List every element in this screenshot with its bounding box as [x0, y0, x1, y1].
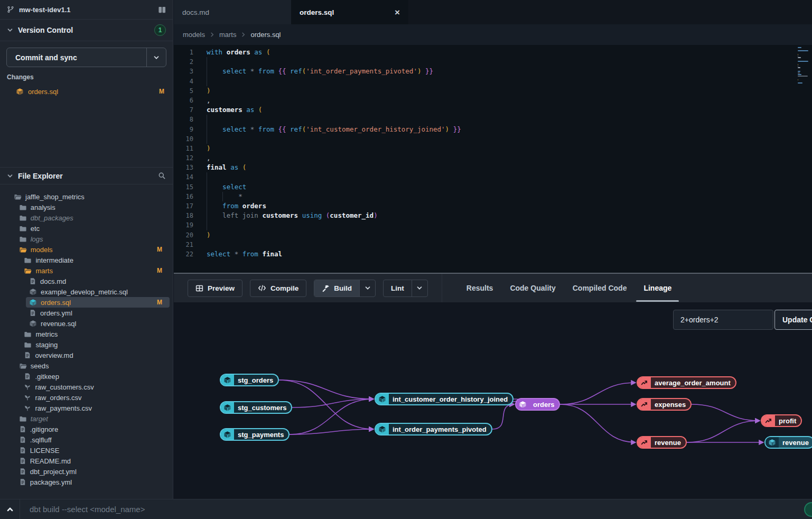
- file-tree-item[interactable]: dbt_packages: [16, 212, 170, 223]
- code-line[interactable]: 8: [174, 115, 812, 124]
- file-tree-item[interactable]: revenue.sql: [26, 318, 170, 329]
- file-tree-item[interactable]: raw_payments.csv: [21, 403, 170, 413]
- file-tree-item[interactable]: packages.yml: [16, 477, 170, 487]
- lineage-node-expenses[interactable]: expenses: [637, 398, 692, 411]
- toolbar-divider: [442, 274, 442, 302]
- code-line[interactable]: 3 select * from {{ ref('int_order_paymen…: [174, 67, 812, 76]
- file-tree-item[interactable]: logs: [16, 234, 170, 244]
- tab-docs-md[interactable]: docs.md: [174, 0, 291, 24]
- code-line[interactable]: 18 left join customers using (customer_i…: [174, 211, 812, 220]
- changed-file-row[interactable]: orders.sqlM: [0, 85, 173, 98]
- lineage-node-stg_payments[interactable]: stg_payments: [220, 428, 290, 441]
- file-tree-item[interactable]: .gitignore: [16, 424, 170, 434]
- lineage-node-stg_orders[interactable]: stg_orders: [220, 374, 279, 386]
- minimap[interactable]: [798, 47, 809, 84]
- code-line[interactable]: 12,: [174, 153, 812, 163]
- chevron-up-icon[interactable]: [0, 499, 20, 519]
- commit-and-sync-button[interactable]: Commit and sync: [6, 48, 166, 67]
- lineage-node-int_customer_order_history_joined[interactable]: int_customer_order_history_joined: [375, 393, 514, 405]
- tab-compiled-code[interactable]: Compiled Code: [564, 274, 636, 302]
- update-graph-button[interactable]: Update G: [774, 310, 812, 330]
- file-explorer-header[interactable]: File Explorer: [0, 167, 173, 184]
- code-editor[interactable]: 1with orders as (23 select * from {{ ref…: [174, 45, 812, 273]
- file-tree-item[interactable]: dbt_project.yml: [16, 466, 170, 477]
- lineage-node-average_order_amount[interactable]: average_order_amount: [637, 376, 736, 389]
- file-tree-item[interactable]: metrics: [21, 329, 170, 339]
- version-control-header[interactable]: Version Control 1: [0, 20, 173, 41]
- close-icon[interactable]: ×: [395, 8, 400, 17]
- code-line[interactable]: 21: [174, 240, 812, 249]
- file-tree-item[interactable]: target: [16, 413, 170, 424]
- code-line[interactable]: 10: [174, 134, 812, 144]
- file-tree-item[interactable]: docs.md: [26, 276, 170, 286]
- tab-lineage[interactable]: Lineage: [635, 274, 680, 302]
- lineage-node-revenue_model[interactable]: revenue: [764, 436, 812, 449]
- file-tree-item[interactable]: etc: [16, 223, 170, 234]
- code-line[interactable]: 11): [174, 144, 812, 153]
- code-line[interactable]: 17 from orders: [174, 201, 812, 211]
- code-line[interactable]: 16 *: [174, 192, 812, 201]
- file-tree-item[interactable]: overview.md: [21, 350, 170, 360]
- lineage-node-int_order_payments_pivoted[interactable]: int_order_payments_pivoted: [375, 423, 492, 435]
- code-line[interactable]: 4: [174, 77, 812, 86]
- file-tree-item[interactable]: martsM: [21, 265, 170, 276]
- codeicon-icon: [258, 284, 266, 292]
- lineage-node-revenue_metric[interactable]: revenue: [637, 436, 687, 449]
- tab-results[interactable]: Results: [458, 274, 502, 302]
- code-line[interactable]: 2: [174, 57, 812, 67]
- file-tree-item[interactable]: jaffle_shop_metrics: [11, 191, 170, 202]
- changes-count-badge: 1: [154, 24, 166, 36]
- code-line[interactable]: 6,: [174, 96, 812, 105]
- file-tree-item[interactable]: orders.yml: [26, 308, 170, 318]
- file-tree-item[interactable]: intermediate: [21, 255, 170, 265]
- chevron-down-icon[interactable]: [359, 280, 375, 296]
- code-line[interactable]: 13final as (: [174, 163, 812, 172]
- lint-button[interactable]: Lint: [383, 280, 428, 297]
- code-line[interactable]: 7customers as (: [174, 105, 812, 115]
- breadcrumb-models[interactable]: models: [183, 31, 205, 39]
- preview-button[interactable]: Preview: [188, 280, 242, 297]
- file-tree-item[interactable]: modelsM: [16, 244, 170, 255]
- chevron-down-icon[interactable]: [412, 280, 427, 296]
- build-button[interactable]: Build: [314, 280, 376, 297]
- code-line[interactable]: 9 select * from {{ ref('int_customer_ord…: [174, 125, 812, 134]
- lineage-node-profit[interactable]: profit: [761, 414, 802, 427]
- file-tree-item[interactable]: seeds: [16, 360, 170, 371]
- hammer-icon: [322, 284, 330, 292]
- code-line[interactable]: 15 select: [174, 182, 812, 192]
- code-line[interactable]: 5): [174, 86, 812, 96]
- folder-icon: [19, 235, 27, 243]
- file-tree-item[interactable]: README.md: [16, 456, 170, 466]
- file-tree-item[interactable]: orders.sqlM: [26, 297, 170, 308]
- command-input[interactable]: [20, 505, 812, 514]
- folder-open-icon: [24, 267, 32, 275]
- file-tree-item[interactable]: .gitkeep: [21, 371, 170, 382]
- file-tree-item[interactable]: raw_orders.csv: [21, 392, 170, 403]
- metric-icon: [762, 415, 775, 426]
- code-line[interactable]: 19: [174, 220, 812, 230]
- code-line[interactable]: 22select * from final: [174, 249, 812, 259]
- compile-button[interactable]: Compile: [250, 280, 306, 297]
- tab-code-quality[interactable]: Code Quality: [501, 274, 564, 302]
- file-tree-item[interactable]: LICENSE: [16, 445, 170, 456]
- file-tree-item[interactable]: raw_customers.csv: [21, 382, 170, 392]
- file-tree-item[interactable]: .sqlfluff: [16, 434, 170, 445]
- tab-orders-sql[interactable]: orders.sql ×: [291, 0, 408, 24]
- breadcrumb-marts[interactable]: marts: [219, 31, 237, 39]
- lineage-node-orders[interactable]: orders: [515, 398, 560, 411]
- search-icon[interactable]: [158, 172, 166, 180]
- layout-columns-icon[interactable]: [158, 6, 166, 14]
- file-tree-item[interactable]: staging: [21, 339, 170, 350]
- file-tree-item[interactable]: example_develop_metric.sql: [26, 286, 170, 297]
- code-line[interactable]: 1with orders as (: [174, 48, 812, 57]
- commit-options-chevron[interactable]: [146, 48, 166, 67]
- code-line[interactable]: 14: [174, 172, 812, 182]
- lineage-node-stg_customers[interactable]: stg_customers: [220, 401, 292, 414]
- file-icon: [19, 436, 26, 443]
- code-line[interactable]: 20): [174, 230, 812, 240]
- file-tree-item[interactable]: analysis: [16, 202, 170, 212]
- status-indicator[interactable]: [804, 502, 812, 517]
- seed-icon: [24, 394, 31, 401]
- bottom-toolbar: PreviewCompileBuildLint ResultsCode Qual…: [174, 274, 812, 302]
- lineage-selector-input[interactable]: [673, 310, 773, 330]
